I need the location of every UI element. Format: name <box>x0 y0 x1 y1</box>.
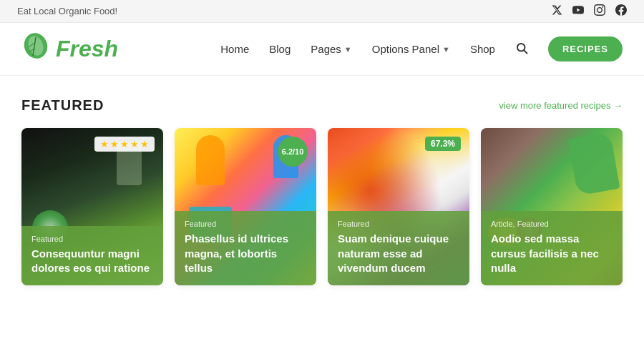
card-category-4: Article, Featured <box>491 220 613 228</box>
social-icons <box>551 4 627 18</box>
card-category-3: Featured <box>338 220 459 228</box>
card-overlay-2: Featured Phasellus id ultrices magna, et… <box>175 211 316 285</box>
facebook-icon[interactable] <box>615 4 627 18</box>
card-title-2: Phasellus id ultrices magna, et lobortis… <box>185 232 306 275</box>
featured-card-3[interactable]: 67.3% Featured Suam denique cuique natur… <box>328 128 469 285</box>
nav-home[interactable]: Home <box>220 43 249 55</box>
svg-line-6 <box>524 50 527 53</box>
card-overlay-1: Featured Consequuntur magni dolores eos … <box>21 226 163 286</box>
section-title: FEATURED <box>21 97 104 114</box>
nav-blog[interactable]: Blog <box>269 43 291 55</box>
score-badge: 6.2/10 <box>278 137 308 167</box>
featured-cards-grid: ★ ★ ★ ★ ★ Featured Consequuntur magni do… <box>21 128 623 285</box>
tagline: Eat Local Organic Food! <box>17 6 117 16</box>
card-image-1: ★ ★ ★ ★ ★ Featured Consequuntur magni do… <box>21 128 163 285</box>
logo-leaf-icon <box>21 31 50 67</box>
card-overlay-4: Article, Featured Aodio sed massa cursus… <box>481 211 623 285</box>
recipes-button[interactable]: RECIPES <box>548 36 623 62</box>
twitter-icon[interactable] <box>551 4 562 18</box>
card-image-4: Article, Featured Aodio sed massa cursus… <box>481 128 623 285</box>
options-dropdown-arrow: ▼ <box>442 45 450 54</box>
nav-pages[interactable]: Pages ▼ <box>311 43 351 55</box>
card-title-3: Suam denique cuique naturam esse ad vive… <box>338 232 459 275</box>
nav-shop[interactable]: Shop <box>470 43 495 55</box>
header: Fresh Home Blog Pages ▼ Options Panel ▼ … <box>0 23 644 76</box>
featured-card-4[interactable]: Article, Featured Aodio sed massa cursus… <box>481 128 623 285</box>
featured-card-2[interactable]: 6.2/10 Featured Phasellus id ultrices ma… <box>175 128 316 285</box>
card-image-3: 67.3% Featured Suam denique cuique natur… <box>328 128 469 285</box>
card-overlay-3: Featured Suam denique cuique naturam ess… <box>328 211 469 285</box>
main-content: FEATURED view more featured recipes → ★ … <box>0 76 644 300</box>
card-category-1: Featured <box>31 235 153 243</box>
card-title-4: Aodio sed massa cursus facilisis a nec n… <box>491 232 613 275</box>
main-nav: Home Blog Pages ▼ Options Panel ▼ Shop R… <box>220 36 623 62</box>
logo-text: Fresh <box>56 36 118 62</box>
card-image-2: 6.2/10 Featured Phasellus id ultrices ma… <box>175 128 316 285</box>
card-title-1: Consequuntur magni dolores eos qui ratio… <box>31 247 153 276</box>
stars-badge: ★ ★ ★ ★ ★ <box>94 137 155 152</box>
featured-card-1[interactable]: ★ ★ ★ ★ ★ Featured Consequuntur magni do… <box>21 128 163 285</box>
logo[interactable]: Fresh <box>21 31 118 67</box>
percent-badge: 67.3% <box>425 137 461 151</box>
top-bar: Eat Local Organic Food! <box>0 0 644 23</box>
nav-options-panel[interactable]: Options Panel ▼ <box>372 43 450 55</box>
view-more-link[interactable]: view more featured recipes → <box>499 100 623 111</box>
pages-dropdown-arrow: ▼ <box>344 45 352 54</box>
section-header: FEATURED view more featured recipes → <box>21 97 623 114</box>
instagram-icon[interactable] <box>594 4 605 18</box>
search-icon[interactable] <box>515 41 528 57</box>
card-category-2: Featured <box>185 220 306 228</box>
youtube-icon[interactable] <box>572 4 584 18</box>
